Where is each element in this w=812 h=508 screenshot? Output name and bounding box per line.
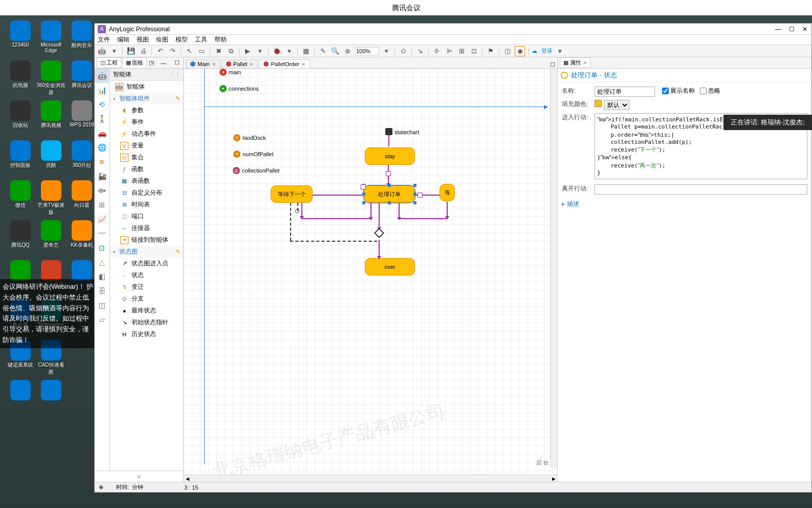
branch-decision[interactable] (374, 228, 384, 238)
pointer-icon[interactable]: ↖ (184, 46, 194, 56)
palette-item[interactable]: ↘初始状态指针 (110, 316, 183, 328)
palette-options-icon[interactable]: ⋮⋮ (170, 72, 180, 77)
edit-icon[interactable]: ✎ (175, 248, 180, 255)
transition[interactable] (301, 203, 302, 218)
menu-model[interactable]: 模型 (175, 35, 188, 44)
close-tab-icon[interactable]: ✕ (249, 61, 253, 67)
palette-item[interactable]: ƒ函数 (110, 163, 183, 175)
transition[interactable] (290, 241, 377, 242)
variable-item[interactable]: VnumOfPallet (233, 151, 274, 158)
zoom-fit-icon[interactable]: ⊙ (398, 46, 408, 56)
description-section[interactable]: ▶ 描述 (562, 198, 807, 210)
selection-handle[interactable] (388, 184, 391, 187)
layers-icon[interactable]: ◫ (502, 46, 513, 56)
palette-item[interactable]: ▦表函数 (110, 175, 183, 187)
debug-dropdown-icon[interactable]: ▾ (284, 46, 294, 56)
desktop-icon[interactable]: WPS 2019 (67, 100, 97, 136)
statechart-entry[interactable] (385, 128, 392, 135)
cloud-icon[interactable]: ☁ (532, 48, 537, 54)
copy-icon[interactable]: ⧉ (226, 46, 236, 56)
palette-item[interactable]: ◇分支 (110, 293, 183, 305)
redo-icon[interactable]: ↷ (167, 46, 178, 56)
transition[interactable] (301, 218, 371, 219)
minimize-pane-icon[interactable]: — (159, 60, 168, 66)
zoom-icon[interactable]: ⊕ (342, 46, 353, 56)
selection-icon[interactable]: ▭ (196, 46, 207, 56)
palette-cat-misc2-icon[interactable]: ▱ (95, 312, 109, 327)
desktop-icon[interactable]: 360安全浏览器 (36, 60, 67, 96)
state-over[interactable]: over (365, 258, 415, 276)
palette-cat-3d-icon[interactable]: ◧ (95, 269, 109, 284)
login-dropdown-icon[interactable]: ▾ (555, 46, 565, 56)
transition[interactable] (399, 203, 400, 219)
palette-item[interactable]: ↯变迁 (110, 281, 183, 293)
group-icon[interactable]: ⊡ (469, 46, 479, 56)
close-button[interactable]: ✕ (801, 26, 808, 33)
save-icon[interactable]: 💾 (126, 46, 136, 56)
desktop-icon[interactable]: KK录像机 (67, 220, 97, 256)
desktop-icon[interactable]: 向日葵 (67, 180, 97, 216)
selection-handle[interactable] (413, 193, 416, 196)
palette-item[interactable]: ⊞时间表 (110, 199, 183, 210)
edit-icon[interactable]: ✎ (175, 95, 180, 102)
tab-palletorder[interactable]: PalletOrder✕ (259, 59, 310, 68)
palette-cat-process-icon[interactable]: ⟴ (95, 183, 109, 198)
palette-item[interactable]: ◎集合 (110, 152, 183, 163)
dropdown-icon[interactable]: ▾ (109, 46, 119, 56)
palette-item[interactable]: ↗状态图进入点 (110, 258, 183, 269)
desktop-icon[interactable]: 酷狗音乐 (67, 20, 97, 56)
desktop-icon[interactable]: 回收站 (5, 100, 36, 136)
main-object[interactable]: ▾ main (220, 69, 241, 76)
selection-handle[interactable] (388, 201, 391, 204)
menu-edit[interactable]: 编辑 (117, 35, 129, 44)
debug-icon[interactable]: 🐞 (272, 46, 282, 56)
align-v-icon[interactable]: ⊫ (444, 46, 454, 56)
desktop-icon[interactable] (5, 380, 36, 416)
palette-cat-globe-icon[interactable]: 🌐 (95, 140, 109, 155)
palette-cat-fluid-icon[interactable]: ≋ (95, 155, 109, 169)
palette-section-components[interactable]: ▾ 智能体组件 ✎ (110, 93, 183, 104)
palette-item[interactable]: H历史状态 (110, 328, 183, 340)
desktop-icon[interactable]: 360开始 (67, 140, 97, 176)
run-icon[interactable]: ▶ (243, 46, 253, 56)
palette-cat-material-icon[interactable]: ⊞ (95, 198, 109, 212)
close-tab-icon[interactable]: ✕ (301, 61, 305, 67)
desktop-icon[interactable]: 控制面板 (5, 140, 36, 176)
desktop-icon[interactable]: 此电脑 (5, 60, 36, 96)
palette-item[interactable]: ◻端口 (110, 210, 183, 222)
scroll-left-icon[interactable]: ◀ (184, 475, 191, 482)
desktop-icon[interactable]: Microsoft Edge (36, 20, 67, 56)
wand-icon[interactable]: ✎ (318, 46, 328, 56)
desktop-icon[interactable]: 腾讯QQ (5, 220, 36, 256)
palette-cat-car-icon[interactable]: 🚗 (95, 126, 109, 140)
horizontal-scrollbar[interactable]: ◀ ▶ (184, 475, 557, 482)
grid-icon[interactable]: ▦ (301, 46, 311, 56)
zoom-field[interactable] (355, 47, 379, 55)
palette-item[interactable]: V变量 (110, 140, 183, 152)
state-stay[interactable]: stay (365, 147, 415, 165)
run-dropdown-icon[interactable]: ▾ (255, 46, 265, 56)
distribute-icon[interactable]: ⊞ (456, 46, 467, 56)
palette-item[interactable]: ⌐连接器 (110, 222, 183, 234)
close-tab-icon[interactable]: ✕ (583, 60, 587, 66)
ignore-checkbox[interactable]: 忽略 (700, 87, 720, 95)
transition-port[interactable] (386, 171, 391, 176)
palette-item[interactable]: ⚡动态事件 (110, 128, 183, 140)
vertical-scrollbar[interactable] (550, 69, 557, 468)
maximize-editor-icon[interactable]: ☐ (550, 61, 555, 68)
target-icon[interactable]: ◉ (515, 46, 525, 56)
maximize-button[interactable]: ☐ (788, 26, 795, 33)
add-pane-button[interactable]: + (95, 471, 183, 482)
variable-item[interactable]: ◎collectionPallet (233, 167, 279, 174)
tab-project[interactable]: ◫工程 (97, 57, 121, 68)
desktop-icon[interactable]: 芒果TV极速版 (36, 180, 67, 216)
palette-cat-chart-icon[interactable]: 📊 (95, 83, 109, 97)
palette-item[interactable]: ●最终状态 (110, 305, 183, 316)
menu-file[interactable]: 文件 (98, 35, 110, 44)
tab-main[interactable]: Main✕ (186, 59, 221, 68)
maximize-pane-icon[interactable]: ☐ (173, 59, 181, 66)
canvas-area[interactable]: 北京格瑞纳电子产品有限公司 ▾ main ⚭ connections Vlaod… (184, 69, 557, 475)
desktop-icon[interactable]: 爱奇艺 (36, 220, 67, 256)
palette-item[interactable]: ◖参数 (110, 104, 183, 116)
tab-properties[interactable]: ▦ 属性 ✕ (560, 57, 590, 68)
